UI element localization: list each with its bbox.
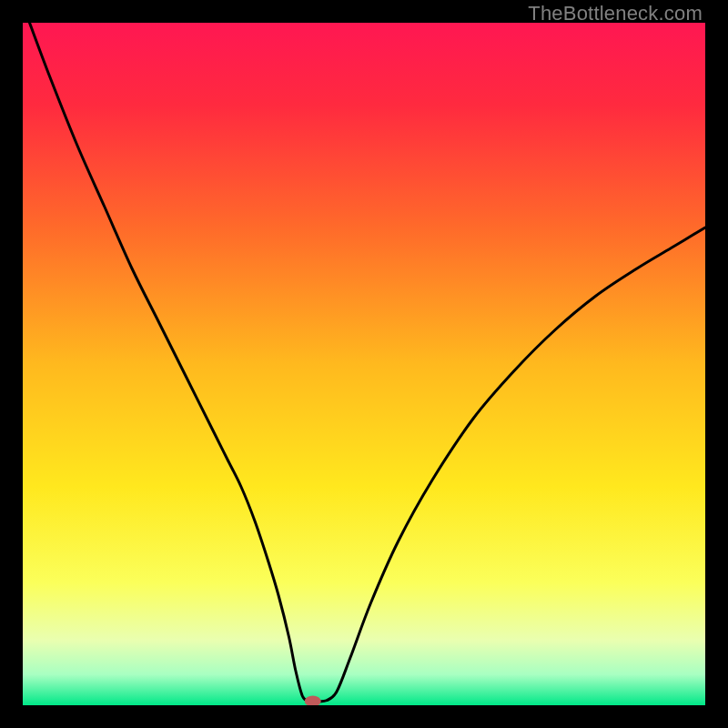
bottleneck-plot [23, 23, 705, 705]
chart-frame [23, 23, 705, 705]
gradient-background [23, 23, 705, 705]
watermark-text: TheBottleneck.com [528, 2, 703, 25]
